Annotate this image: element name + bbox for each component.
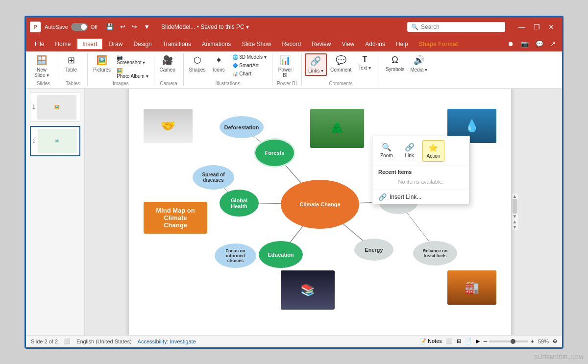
redo-button[interactable]: ↪ xyxy=(129,22,140,31)
media-label: Media ▾ xyxy=(410,67,427,73)
links-button[interactable]: 🔗 Links ▾ xyxy=(305,53,327,76)
symbols-button[interactable]: Ω Symbols xyxy=(383,53,407,73)
text-button[interactable]: T Text ▾ xyxy=(355,53,374,72)
node-reliance[interactable]: Reliance onfossil fuels xyxy=(413,241,457,266)
menu-addins[interactable]: Add-ins xyxy=(360,39,390,49)
screenshot-button[interactable]: 📷 Screenshot ▾ xyxy=(114,53,150,66)
view-reading-btn[interactable]: 📄 xyxy=(465,338,472,344)
prev-slide-btn[interactable]: ▲ xyxy=(513,219,517,224)
zoom-plus-btn[interactable]: + xyxy=(530,338,534,345)
view-normal-btn[interactable]: ⬜ xyxy=(446,338,453,344)
app-window: P AutoSave Off 💾 ↩ ↪ ▼ SlideModel... • S… xyxy=(24,16,564,349)
zoom-minus-btn[interactable]: – xyxy=(484,338,487,345)
screenshot-icon: 📷 xyxy=(117,54,122,60)
autosave-toggle[interactable] xyxy=(71,23,88,31)
menu-view[interactable]: View xyxy=(337,39,359,49)
menu-file[interactable]: File xyxy=(30,39,49,49)
slide-info: Slide 2 of 2 xyxy=(31,339,58,344)
shapes-button[interactable]: ⬡ Shapes xyxy=(187,53,208,74)
menu-record[interactable]: Record xyxy=(277,39,306,49)
photoalbum-button[interactable]: 🖼️ Photo Album ▾ xyxy=(114,67,150,80)
pictures-button[interactable]: 🖼️ Pictures xyxy=(91,53,113,74)
photo-hands: 🤝 xyxy=(144,109,193,143)
search-input[interactable] xyxy=(421,24,501,30)
node-focus-choices-text: Focus oninformedchoices xyxy=(226,248,245,263)
fit-slide-btn[interactable]: ⊕ xyxy=(553,338,557,344)
node-spread-diseases[interactable]: Spread ofdiseases xyxy=(193,165,234,190)
save-button[interactable]: 💾 xyxy=(103,22,116,31)
smartart-button[interactable]: 🔷 SmartArt xyxy=(230,62,269,69)
node-energy[interactable]: Energy xyxy=(354,239,393,261)
zoom-label: Zoom xyxy=(380,153,393,158)
record-btn[interactable]: ⏺ xyxy=(505,39,516,49)
ribbon-group-slides: 🪟 NewSlide ▾ Slides xyxy=(29,53,58,86)
photo-forest: 🌲 xyxy=(310,109,364,148)
next-slide-btn[interactable]: ▼ xyxy=(513,224,517,230)
slide-thumb-1[interactable]: 1 🖼️ xyxy=(30,93,80,122)
screenshot-label: Screenshot ▾ xyxy=(117,60,145,65)
link-label: Link xyxy=(405,153,414,158)
insert-link-button[interactable]: 🔗 Insert Link... xyxy=(372,190,469,204)
accessibility-label[interactable]: Accessibility: Investigate xyxy=(138,339,196,344)
node-focus-choices[interactable]: Focus oninformedchoices xyxy=(215,243,256,268)
menu-animations[interactable]: Animations xyxy=(197,39,236,49)
close-button[interactable]: ✕ xyxy=(544,21,558,33)
node-education[interactable]: Education xyxy=(259,241,303,268)
search-box[interactable]: 🔍 xyxy=(407,22,505,32)
menu-insert[interactable]: Insert xyxy=(76,38,103,50)
menu-design[interactable]: Design xyxy=(128,39,156,49)
3dmodels-button[interactable]: 🌐 3D Models ▾ xyxy=(230,53,269,61)
slide-num-1: 1 xyxy=(32,104,35,110)
zoom-control: – + xyxy=(484,338,534,345)
scroll-thumb[interactable] xyxy=(513,199,517,214)
recent-items-section: Recent Items No items available. xyxy=(372,166,469,190)
notes-button[interactable]: 📝 Notes xyxy=(419,338,442,344)
slide-thumb-2[interactable]: 2 🗺️ xyxy=(30,126,80,156)
icons-button[interactable]: ✦ Icons xyxy=(209,53,229,74)
link-dropdown-btn[interactable]: 🔗 Link xyxy=(401,140,418,162)
share-btn[interactable]: ↗ xyxy=(548,39,558,49)
view-grid-btn[interactable]: ⊞ xyxy=(457,338,461,344)
comment-ribbon-icon: 💬 xyxy=(336,55,346,66)
slide-layout-icon: ⬜ xyxy=(64,338,71,344)
view-slideshow-btn[interactable]: ▶ xyxy=(476,338,480,344)
node-climate-change[interactable]: Climate Change xyxy=(281,180,359,229)
zoom-slider-track[interactable] xyxy=(489,340,528,342)
zoom-dropdown-btn[interactable]: 🔍 Zoom xyxy=(376,140,397,162)
menu-review[interactable]: Review xyxy=(307,39,336,49)
slide-area: 🤝 🌲 📚 💧 🏭 Mind Map onClima xyxy=(85,89,562,335)
autosave-label: AutoSave xyxy=(45,24,68,30)
scroll-up-btn[interactable]: ▲ xyxy=(513,194,517,199)
quick-access-toolbar: 💾 ↩ ↪ ▼ xyxy=(103,22,152,31)
menu-shapeformat[interactable]: Shape Format xyxy=(414,39,463,49)
scroll-bar[interactable]: ▲ ▼ ▲ ▼ xyxy=(511,194,518,230)
chart-button[interactable]: 📊 Chart xyxy=(230,70,269,77)
slide-canvas: 🤝 🌲 📚 💧 🏭 Mind Map onClima xyxy=(129,89,511,335)
menu-slideshow[interactable]: Slide Show xyxy=(237,39,276,49)
language-label: English (United States) xyxy=(76,339,132,344)
camera-btn[interactable]: 📷 xyxy=(518,39,531,49)
table-button[interactable]: ⊞ Table xyxy=(61,53,81,74)
node-deforestation[interactable]: Deforestation xyxy=(220,116,264,138)
media-button[interactable]: 🔊 Media ▾ xyxy=(408,53,430,74)
node-forests[interactable]: Forests xyxy=(254,138,295,168)
minimize-button[interactable]: — xyxy=(515,21,529,33)
customize-button[interactable]: ▼ xyxy=(141,22,152,31)
cameo-button[interactable]: 🎥 Cameo xyxy=(157,53,178,74)
undo-button[interactable]: ↩ xyxy=(118,22,128,31)
comment-btn[interactable]: 💬 xyxy=(533,39,546,49)
powerbi-button[interactable]: 📊 PowerBI xyxy=(275,53,295,79)
action-dropdown-btn[interactable]: ⭐ Action xyxy=(422,140,445,162)
powerbi-label: PowerBI xyxy=(278,67,292,78)
menu-help[interactable]: Help xyxy=(391,39,413,49)
new-slide-button[interactable]: 🪟 NewSlide ▾ xyxy=(32,53,51,79)
comment-ribbon-button[interactable]: 💬 Comment xyxy=(328,53,354,74)
restore-button[interactable]: ❐ xyxy=(530,21,543,33)
menu-home[interactable]: Home xyxy=(50,39,75,49)
links-dropdown: 🔍 Zoom 🔗 Link ⭐ Action Recent Items No i… xyxy=(372,136,470,204)
scroll-down-btn[interactable]: ▼ xyxy=(513,214,517,219)
menu-draw[interactable]: Draw xyxy=(104,39,127,49)
node-global-health[interactable]: GlobalHealth xyxy=(220,190,259,217)
menu-transitions[interactable]: Transitions xyxy=(158,39,196,49)
photoalbum-icon: 🖼️ xyxy=(117,68,122,73)
